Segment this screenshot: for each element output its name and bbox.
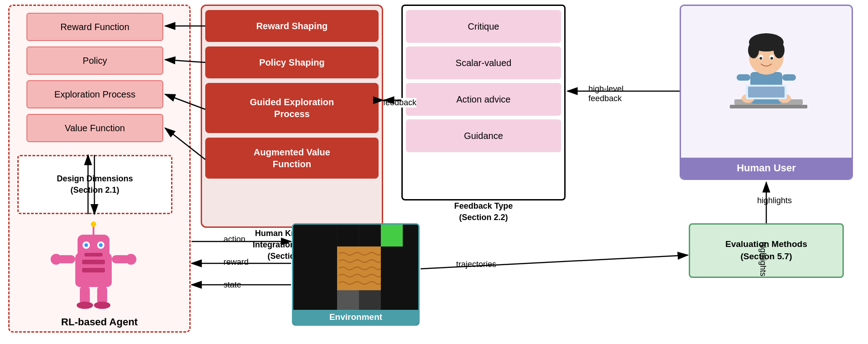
policy-box: Policy xyxy=(26,46,163,75)
policy-shaping-box: Policy Shaping xyxy=(205,46,379,78)
highlights-label: highlights xyxy=(758,242,768,277)
svg-rect-12 xyxy=(782,74,796,81)
human-user-box: Human User xyxy=(680,5,853,180)
action-advice-box: Action advice xyxy=(406,83,561,116)
human-figure-area xyxy=(681,6,852,147)
svg-rect-45 xyxy=(82,260,105,264)
svg-point-49 xyxy=(51,254,62,265)
svg-rect-27 xyxy=(381,225,403,246)
human-figure-svg xyxy=(721,17,812,136)
svg-point-10 xyxy=(770,57,773,60)
exploration-process-box: Exploration Process xyxy=(26,80,163,108)
svg-rect-28 xyxy=(337,290,359,312)
svg-rect-29 xyxy=(359,290,381,312)
svg-rect-1 xyxy=(730,105,807,108)
svg-point-6 xyxy=(774,42,785,58)
feedback-type-label: Feedback Type (Section 2.2) xyxy=(401,200,566,223)
high-level-arrow-label: high-levelfeedback xyxy=(588,84,624,103)
state-arrow-label: state xyxy=(223,280,241,290)
design-dimensions-box: Design Dimensions (Section 2.1) xyxy=(17,155,172,214)
svg-rect-31 xyxy=(403,225,418,246)
reward-function-box: Reward Function xyxy=(26,13,163,41)
svg-point-50 xyxy=(125,254,136,265)
feedback-arrow-label: feedback xyxy=(383,98,416,108)
robot-area xyxy=(36,223,151,305)
critique-box: Critique xyxy=(406,10,561,43)
svg-rect-46 xyxy=(82,268,105,272)
env-grid-svg xyxy=(293,225,418,312)
svg-rect-11 xyxy=(737,74,750,81)
svg-point-43 xyxy=(99,243,103,247)
value-function-box: Value Function xyxy=(26,114,163,142)
svg-point-9 xyxy=(759,57,762,60)
svg-rect-35 xyxy=(381,290,418,312)
agent-label: RL-based Agent xyxy=(8,316,191,328)
robot-svg xyxy=(48,219,139,310)
svg-point-5 xyxy=(748,42,759,58)
svg-rect-30 xyxy=(293,225,337,246)
environment-label: Environment xyxy=(293,310,418,324)
reward-shaping-box: Reward Shaping xyxy=(205,10,379,42)
svg-point-42 xyxy=(84,243,88,247)
guidance-box: Guidance xyxy=(406,119,561,152)
scalar-valued-box: Scalar-valued xyxy=(406,46,561,79)
svg-rect-16 xyxy=(748,87,785,98)
svg-point-53 xyxy=(77,302,93,309)
svg-point-39 xyxy=(91,221,96,227)
svg-rect-34 xyxy=(293,290,337,312)
trajectories-arrow-label: trajectories xyxy=(456,260,496,269)
action-arrow-label: action xyxy=(223,235,245,244)
highlights-arrow-label: highlights xyxy=(757,196,792,205)
reward-arrow-label: reward xyxy=(223,257,249,267)
augmented-value-box: Augmented Value Function xyxy=(205,138,379,179)
svg-point-54 xyxy=(94,302,110,309)
svg-rect-44 xyxy=(84,253,103,257)
environment-box: Environment xyxy=(292,223,420,326)
svg-rect-32 xyxy=(293,246,337,290)
guided-exploration-box: Guided Exploration Process xyxy=(205,83,379,133)
human-label: Human User xyxy=(681,158,852,179)
